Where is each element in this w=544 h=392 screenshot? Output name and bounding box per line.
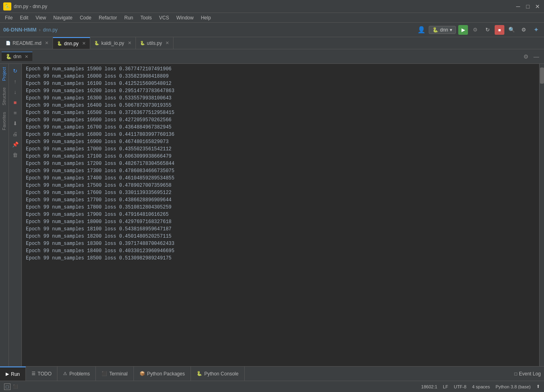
menu-edit[interactable]: Edit [17,14,32,21]
build-button[interactable]: ⚙ [470,25,480,35]
console-line: Epoch 99 num_samples 17400 loss 0.461048… [25,175,536,182]
minimize-button[interactable]: ─ [515,3,521,10]
run-pin-button[interactable]: 📌 [11,140,20,149]
terminal-tab-text: Terminal [109,371,127,377]
title-bar-title: dnn.py - dnn.py [14,4,47,9]
vert-label-favorites[interactable]: Favorites [0,109,8,133]
toolbar: 06-DNN-HMM › dnn.py 👤 🐍 dnn ▾ ▶ ⚙ ↻ ■ 🔍 … [0,23,544,37]
status-encoding[interactable]: UTF-8 [454,384,466,389]
menu-window[interactable]: Window [173,14,197,21]
status-indent[interactable]: 4 spaces [472,384,490,389]
console-line: Epoch 99 num_samples 16700 loss 0.436488… [25,124,536,131]
status-icon-small[interactable]: ⬛ [13,384,18,389]
run-soft-wrap-button[interactable]: ⬇ [11,119,20,128]
run-tab-label: dnn [13,54,21,59]
tab-dnn[interactable]: 🐍 dnn.py ✕ [53,37,90,49]
problems-tab-text: Problems [69,371,90,377]
utils-tab-icon: 🐍 [140,41,145,45]
run-clear-button[interactable]: 🗑 [11,150,20,159]
search-button[interactable]: 🔍 [507,25,516,35]
tab-readme[interactable]: 📄 README.md ✕ [2,37,53,49]
status-upload-icon[interactable]: ⬆ [536,384,540,389]
run-left-icons: ↻ ↑ ↓ ■ ≡ ⬇ 🖨 📌 🗑 [9,64,22,366]
status-interpreter[interactable]: Python 3.8 (base) [495,384,531,389]
tabs-bar: 📄 README.md ✕ 🐍 dnn.py ✕ 🐍 kaldi_io.py ✕… [0,37,544,49]
stop-button[interactable]: ■ [495,25,504,35]
problems-tab-icon: ⚠ [63,371,67,376]
event-log-icon: □ [514,371,517,377]
breadcrumb-sep-1: › [39,27,40,33]
console-line: Epoch 99 num_samples 16100 loss 0.412521… [25,80,536,87]
menu-file[interactable]: File [2,14,16,21]
bottom-tab-python-packages[interactable]: 📦 Python Packages [134,367,191,381]
bottom-tab-run[interactable]: ▶ Run [0,367,26,381]
menu-view[interactable]: View [32,14,49,21]
bottom-tab-terminal[interactable]: ⬛ Terminal [96,367,133,381]
readme-tab-icon: 📄 [6,41,11,45]
bottom-tab-todo[interactable]: ☰ TODO [26,367,57,381]
main-console-area: Project Structure Favorites ↻ ↑ ↓ ■ ≡ ⬇ … [0,64,544,366]
project-name[interactable]: 06-DNN-HMM [3,27,36,33]
file-name[interactable]: dnn.py [43,27,57,33]
dnn-tab-close[interactable]: ✕ [82,41,86,46]
console-line: Epoch 99 num_samples 17100 loss 0.606309… [25,153,536,160]
right-scrollbar[interactable] [539,64,544,366]
console-output[interactable]: Epoch 99 num_samples 15900 loss 0.367747… [22,64,539,366]
run-scroll-down-button[interactable]: ↓ [11,87,20,96]
menu-navigate[interactable]: Navigate [50,14,76,21]
settings-button[interactable]: ⚙ [519,25,529,35]
menu-code[interactable]: Code [76,14,95,21]
utils-tab-close[interactable]: ✕ [165,40,169,46]
readme-tab-close[interactable]: ✕ [45,40,49,46]
vert-label-structure[interactable]: Structure [0,84,8,109]
run-filter-button[interactable]: ≡ [11,108,20,117]
tab-kaldi-io[interactable]: 🐍 kaldi_io.py ✕ [90,37,136,49]
bottom-tabs: ▶ Run ☰ TODO ⚠ Problems ⬛ Terminal 📦 Pyt… [0,366,544,381]
reload-button[interactable]: ↻ [483,25,492,35]
status-line-ending[interactable]: LF [443,384,448,389]
console-line: Epoch 99 num_samples 18300 loss 0.397174… [25,240,536,247]
console-line: Epoch 99 num_samples 17800 loss 0.351081… [25,204,536,211]
menu-tools[interactable]: Tools [137,14,155,21]
run-rerun-button[interactable]: ↻ [11,66,20,75]
profile-button[interactable]: 👤 [417,25,426,35]
kaldi-tab-close[interactable]: ✕ [128,40,131,46]
console-line: Epoch 99 num_samples 17900 loss 0.479164… [25,211,536,218]
vert-label-project[interactable]: Project [0,64,8,84]
tab-utils[interactable]: 🐍 utils.py ✕ [136,37,174,49]
run-tab-close[interactable]: ✕ [25,54,28,59]
branch-selector[interactable]: 🐍 dnn ▾ [429,26,456,34]
console-line: Epoch 99 num_samples 17300 loss 0.478608… [25,167,536,175]
readme-tab-label: README.md [13,40,41,46]
bottom-tab-problems[interactable]: ⚠ Problems [57,367,96,381]
run-stop-button[interactable]: ■ [11,98,20,107]
run-scroll-up-button[interactable]: ↑ [11,77,20,86]
close-button[interactable]: ✕ [534,3,541,10]
menu-refactor[interactable]: Refactor [95,14,120,21]
run-button[interactable]: ▶ [458,25,468,35]
jetbrains-ai-button[interactable]: ✦ [531,25,541,35]
dnn-tab-label: dnn.py [64,41,78,46]
maximize-button[interactable]: □ [525,3,531,10]
status-git-icon[interactable]: □ [4,384,11,390]
title-bar: 🐍 dnn.py - dnn.py ─ □ ✕ [0,0,544,13]
menu-run[interactable]: Run [121,14,136,21]
console-line: Epoch 99 num_samples 16300 loss 0.533557… [25,95,536,102]
console-line: Epoch 99 num_samples 17200 loss 0.482671… [25,160,536,167]
run-print-button[interactable]: 🖨 [11,129,20,138]
title-bar-controls: ─ □ ✕ [515,3,541,10]
run-panel-settings[interactable]: ⚙ — [523,53,542,60]
event-log-button[interactable]: □ Event Log [514,371,541,377]
branch-icon: 🐍 [432,27,438,33]
pyconsole-tab-icon: 🐍 [197,371,202,376]
status-position[interactable]: 18602:1 [421,384,437,389]
menu-help[interactable]: Help [198,14,214,21]
console-line: Epoch 99 num_samples 16500 loss 0.372636… [25,109,536,116]
menu-vcs[interactable]: VCS [156,14,172,21]
bottom-tab-python-console[interactable]: 🐍 Python Console [191,367,245,381]
status-bar: □ ⬛ 18602:1 LF UTF-8 4 spaces Python 3.8… [0,381,544,392]
console-line: Epoch 99 num_samples 16800 loss 0.441178… [25,131,536,138]
run-tab-dnn[interactable]: 🐍 dnn ✕ [2,52,32,61]
console-line: Epoch 99 num_samples 16400 loss 0.506787… [25,102,536,109]
console-line: Epoch 99 num_samples 16200 loss 0.295147… [25,87,536,95]
